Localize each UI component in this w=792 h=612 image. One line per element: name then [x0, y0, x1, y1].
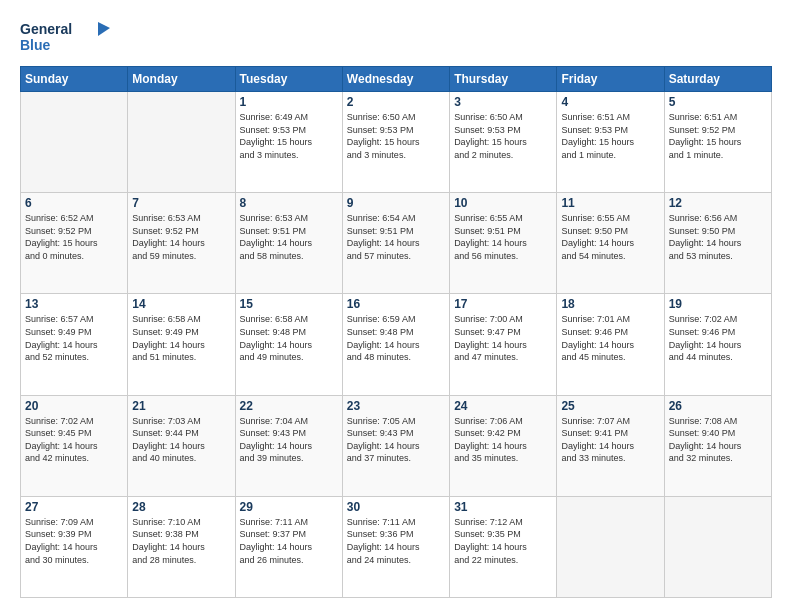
day-info: Sunrise: 6:54 AM Sunset: 9:51 PM Dayligh…	[347, 212, 445, 262]
weekday-header-thursday: Thursday	[450, 67, 557, 92]
day-info: Sunrise: 7:09 AM Sunset: 9:39 PM Dayligh…	[25, 516, 123, 566]
day-number: 12	[669, 196, 767, 210]
day-number: 18	[561, 297, 659, 311]
day-info: Sunrise: 7:10 AM Sunset: 9:38 PM Dayligh…	[132, 516, 230, 566]
calendar-week-2: 6Sunrise: 6:52 AM Sunset: 9:52 PM Daylig…	[21, 193, 772, 294]
day-info: Sunrise: 7:06 AM Sunset: 9:42 PM Dayligh…	[454, 415, 552, 465]
calendar-cell: 22Sunrise: 7:04 AM Sunset: 9:43 PM Dayli…	[235, 395, 342, 496]
calendar-cell: 16Sunrise: 6:59 AM Sunset: 9:48 PM Dayli…	[342, 294, 449, 395]
calendar-cell: 4Sunrise: 6:51 AM Sunset: 9:53 PM Daylig…	[557, 92, 664, 193]
day-number: 1	[240, 95, 338, 109]
day-number: 15	[240, 297, 338, 311]
calendar-cell: 26Sunrise: 7:08 AM Sunset: 9:40 PM Dayli…	[664, 395, 771, 496]
day-info: Sunrise: 6:56 AM Sunset: 9:50 PM Dayligh…	[669, 212, 767, 262]
day-info: Sunrise: 7:11 AM Sunset: 9:37 PM Dayligh…	[240, 516, 338, 566]
day-number: 2	[347, 95, 445, 109]
day-info: Sunrise: 7:07 AM Sunset: 9:41 PM Dayligh…	[561, 415, 659, 465]
day-number: 5	[669, 95, 767, 109]
calendar-cell	[21, 92, 128, 193]
day-number: 6	[25, 196, 123, 210]
calendar-week-4: 20Sunrise: 7:02 AM Sunset: 9:45 PM Dayli…	[21, 395, 772, 496]
calendar-week-3: 13Sunrise: 6:57 AM Sunset: 9:49 PM Dayli…	[21, 294, 772, 395]
day-number: 8	[240, 196, 338, 210]
day-number: 16	[347, 297, 445, 311]
calendar-cell: 28Sunrise: 7:10 AM Sunset: 9:38 PM Dayli…	[128, 496, 235, 597]
day-info: Sunrise: 7:05 AM Sunset: 9:43 PM Dayligh…	[347, 415, 445, 465]
day-number: 13	[25, 297, 123, 311]
calendar-table: SundayMondayTuesdayWednesdayThursdayFrid…	[20, 66, 772, 598]
day-number: 7	[132, 196, 230, 210]
weekday-header-sunday: Sunday	[21, 67, 128, 92]
day-info: Sunrise: 7:01 AM Sunset: 9:46 PM Dayligh…	[561, 313, 659, 363]
weekday-header-tuesday: Tuesday	[235, 67, 342, 92]
calendar-cell	[128, 92, 235, 193]
calendar-cell: 17Sunrise: 7:00 AM Sunset: 9:47 PM Dayli…	[450, 294, 557, 395]
day-info: Sunrise: 6:59 AM Sunset: 9:48 PM Dayligh…	[347, 313, 445, 363]
calendar-cell: 2Sunrise: 6:50 AM Sunset: 9:53 PM Daylig…	[342, 92, 449, 193]
day-info: Sunrise: 6:50 AM Sunset: 9:53 PM Dayligh…	[347, 111, 445, 161]
calendar-cell: 30Sunrise: 7:11 AM Sunset: 9:36 PM Dayli…	[342, 496, 449, 597]
day-number: 24	[454, 399, 552, 413]
svg-text:General: General	[20, 21, 72, 37]
day-info: Sunrise: 6:53 AM Sunset: 9:52 PM Dayligh…	[132, 212, 230, 262]
day-number: 31	[454, 500, 552, 514]
day-number: 30	[347, 500, 445, 514]
day-number: 10	[454, 196, 552, 210]
day-info: Sunrise: 7:12 AM Sunset: 9:35 PM Dayligh…	[454, 516, 552, 566]
calendar-cell: 15Sunrise: 6:58 AM Sunset: 9:48 PM Dayli…	[235, 294, 342, 395]
calendar-cell: 18Sunrise: 7:01 AM Sunset: 9:46 PM Dayli…	[557, 294, 664, 395]
calendar-cell: 1Sunrise: 6:49 AM Sunset: 9:53 PM Daylig…	[235, 92, 342, 193]
day-number: 14	[132, 297, 230, 311]
day-number: 29	[240, 500, 338, 514]
weekday-header-monday: Monday	[128, 67, 235, 92]
calendar-cell: 9Sunrise: 6:54 AM Sunset: 9:51 PM Daylig…	[342, 193, 449, 294]
day-number: 28	[132, 500, 230, 514]
day-info: Sunrise: 6:49 AM Sunset: 9:53 PM Dayligh…	[240, 111, 338, 161]
day-info: Sunrise: 6:51 AM Sunset: 9:53 PM Dayligh…	[561, 111, 659, 161]
svg-marker-2	[98, 22, 110, 36]
calendar-cell: 14Sunrise: 6:58 AM Sunset: 9:49 PM Dayli…	[128, 294, 235, 395]
calendar-cell: 27Sunrise: 7:09 AM Sunset: 9:39 PM Dayli…	[21, 496, 128, 597]
weekday-header-row: SundayMondayTuesdayWednesdayThursdayFrid…	[21, 67, 772, 92]
calendar-week-5: 27Sunrise: 7:09 AM Sunset: 9:39 PM Dayli…	[21, 496, 772, 597]
calendar-cell: 5Sunrise: 6:51 AM Sunset: 9:52 PM Daylig…	[664, 92, 771, 193]
weekday-header-wednesday: Wednesday	[342, 67, 449, 92]
logo: General Blue	[20, 18, 110, 56]
calendar-cell	[664, 496, 771, 597]
calendar-cell: 7Sunrise: 6:53 AM Sunset: 9:52 PM Daylig…	[128, 193, 235, 294]
day-number: 9	[347, 196, 445, 210]
day-info: Sunrise: 7:02 AM Sunset: 9:45 PM Dayligh…	[25, 415, 123, 465]
day-info: Sunrise: 7:08 AM Sunset: 9:40 PM Dayligh…	[669, 415, 767, 465]
calendar-cell: 25Sunrise: 7:07 AM Sunset: 9:41 PM Dayli…	[557, 395, 664, 496]
day-number: 20	[25, 399, 123, 413]
weekday-header-saturday: Saturday	[664, 67, 771, 92]
svg-text:Blue: Blue	[20, 37, 51, 53]
weekday-header-friday: Friday	[557, 67, 664, 92]
day-number: 25	[561, 399, 659, 413]
day-info: Sunrise: 6:57 AM Sunset: 9:49 PM Dayligh…	[25, 313, 123, 363]
calendar-week-1: 1Sunrise: 6:49 AM Sunset: 9:53 PM Daylig…	[21, 92, 772, 193]
calendar-cell: 3Sunrise: 6:50 AM Sunset: 9:53 PM Daylig…	[450, 92, 557, 193]
day-info: Sunrise: 6:58 AM Sunset: 9:49 PM Dayligh…	[132, 313, 230, 363]
logo-text: General Blue	[20, 18, 110, 56]
calendar-cell: 31Sunrise: 7:12 AM Sunset: 9:35 PM Dayli…	[450, 496, 557, 597]
calendar-cell	[557, 496, 664, 597]
day-info: Sunrise: 7:02 AM Sunset: 9:46 PM Dayligh…	[669, 313, 767, 363]
calendar-cell: 23Sunrise: 7:05 AM Sunset: 9:43 PM Dayli…	[342, 395, 449, 496]
calendar-cell: 24Sunrise: 7:06 AM Sunset: 9:42 PM Dayli…	[450, 395, 557, 496]
header: General Blue	[20, 18, 772, 56]
day-number: 4	[561, 95, 659, 109]
calendar-cell: 8Sunrise: 6:53 AM Sunset: 9:51 PM Daylig…	[235, 193, 342, 294]
calendar-cell: 6Sunrise: 6:52 AM Sunset: 9:52 PM Daylig…	[21, 193, 128, 294]
day-info: Sunrise: 6:52 AM Sunset: 9:52 PM Dayligh…	[25, 212, 123, 262]
day-number: 3	[454, 95, 552, 109]
day-number: 19	[669, 297, 767, 311]
day-number: 17	[454, 297, 552, 311]
calendar-cell: 21Sunrise: 7:03 AM Sunset: 9:44 PM Dayli…	[128, 395, 235, 496]
day-number: 27	[25, 500, 123, 514]
page: General Blue SundayMondayTuesdayWednesda…	[0, 0, 792, 612]
day-info: Sunrise: 6:55 AM Sunset: 9:50 PM Dayligh…	[561, 212, 659, 262]
calendar-cell: 11Sunrise: 6:55 AM Sunset: 9:50 PM Dayli…	[557, 193, 664, 294]
day-number: 26	[669, 399, 767, 413]
calendar-cell: 29Sunrise: 7:11 AM Sunset: 9:37 PM Dayli…	[235, 496, 342, 597]
